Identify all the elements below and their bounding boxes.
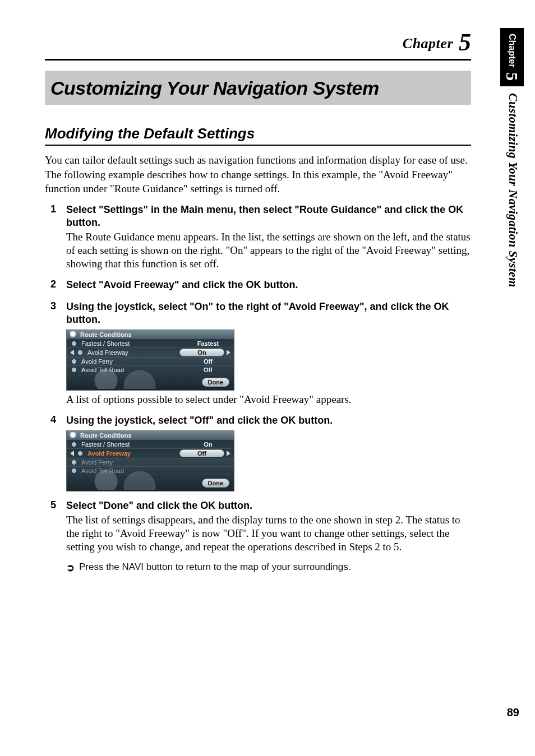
settings-icon [70, 432, 77, 439]
side-tab-label: Chapter [508, 34, 517, 67]
content-column: Chapter 5 Customizing Your Navigation Sy… [45, 28, 471, 573]
hint-line: ➲ Press the NAVI button to return to the… [66, 562, 471, 573]
page-title: Customizing Your Navigation System [50, 77, 465, 99]
step-description: The list of settings disappears, and the… [66, 513, 471, 554]
step-number: 4 [45, 414, 56, 491]
step-number: 3 [45, 300, 56, 406]
step-number: 2 [45, 279, 56, 293]
setting-label: Avoid Freeway [87, 349, 179, 356]
setting-row-dim: Avoid Toll Road [67, 467, 234, 475]
step: 5 Select "Done" and click the OK button.… [45, 499, 471, 554]
setting-row-selected: Avoid Freeway Off [67, 449, 234, 458]
setting-value: Off [186, 367, 230, 373]
step: 3 Using the joystick, select "On" to the… [45, 300, 471, 406]
screenshot-titlebar: Route Conditions [67, 330, 234, 340]
steps-list: 1 Select "Settings" in the Main menu, th… [45, 203, 471, 554]
setting-label: Avoid Ferry [81, 358, 186, 365]
hint-text: Press the NAVI button to return to the m… [79, 562, 350, 573]
setting-row: Avoid Toll Road Off [67, 366, 234, 374]
setting-label: Avoid Freeway [87, 450, 179, 457]
done-button: Done [202, 479, 230, 488]
side-tab-black: Chapter 5 [500, 28, 524, 86]
step-description: The Route Guidance menu appears. In the … [66, 230, 471, 271]
setting-value-pill: On [179, 349, 224, 356]
step-title: Using the joystick, select "Off" and cli… [66, 414, 471, 427]
setting-label: Fastest / Shortest [81, 441, 186, 448]
step-title: Select "Avoid Freeway" and click the OK … [66, 279, 471, 291]
row-icon [70, 367, 78, 373]
setting-value: On [186, 441, 230, 448]
done-button: Done [202, 378, 230, 387]
pointer-icon: ➲ [66, 563, 75, 573]
chapter-label: Chapter [403, 35, 453, 52]
row-icon [70, 340, 78, 347]
page-title-band: Customizing Your Navigation System [45, 71, 471, 105]
setting-value: Off [186, 358, 230, 365]
side-tab-title: Customizing Your Navigation System [500, 86, 524, 294]
setting-row: Avoid Ferry Off [67, 358, 234, 366]
screenshot-route-conditions-on: Route Conditions Fastest / Shortest Fast… [66, 330, 234, 391]
setting-row-dim: Avoid Ferry [67, 458, 234, 467]
intro-text: You can tailor default settings such as … [45, 154, 471, 196]
chapter-bar: Chapter 5 [45, 28, 471, 61]
setting-label: Avoid Toll Road [81, 467, 186, 474]
screenshot-title: Route Conditions [80, 432, 132, 439]
screenshot-route-conditions-off: Route Conditions Fastest / Shortest On A… [66, 430, 234, 491]
screenshot-title: Route Conditions [80, 331, 132, 338]
row-icon [70, 459, 78, 466]
side-tab: Chapter 5 Customizing Your Navigation Sy… [500, 28, 524, 294]
left-margin [0, 0, 40, 756]
row-icon [76, 349, 84, 356]
setting-label: Avoid Ferry [81, 459, 186, 466]
step: 1 Select "Settings" in the Main menu, th… [45, 203, 471, 271]
step-title: Select "Settings" in the Main menu, then… [66, 203, 471, 229]
settings-icon [70, 331, 77, 338]
section-heading: Modifying the Default Settings [45, 125, 471, 146]
row-icon [70, 441, 78, 448]
step-title: Using the joystick, select "On" to the r… [66, 300, 471, 326]
row-icon [70, 467, 78, 474]
step-number: 5 [45, 499, 56, 554]
chapter-number: 5 [455, 29, 471, 56]
setting-row: Fastest / Shortest Fastest [67, 340, 234, 348]
setting-value: Fastest [186, 340, 230, 347]
setting-label: Avoid Toll Road [81, 367, 186, 373]
setting-row-selected: Avoid Freeway On [67, 348, 234, 358]
side-tab-number: 5 [503, 72, 522, 81]
intro-paragraph: The following example describes how to c… [45, 168, 471, 196]
step: 2 Select "Avoid Freeway" and click the O… [45, 279, 471, 293]
step-after-text: A list of options possible to select und… [66, 393, 471, 406]
setting-label: Fastest / Shortest [81, 340, 186, 347]
row-icon [70, 358, 78, 365]
screenshot-titlebar: Route Conditions [67, 431, 234, 440]
page-number: 89 [507, 706, 519, 719]
step-title: Select "Done" and click the OK button. [66, 499, 471, 512]
intro-paragraph: You can tailor default settings such as … [45, 154, 471, 167]
setting-value-pill: Off [179, 449, 224, 457]
step-number: 1 [45, 203, 56, 271]
setting-row: Fastest / Shortest On [67, 440, 234, 449]
step: 4 Using the joystick, select "Off" and c… [45, 414, 471, 491]
row-icon [76, 450, 84, 457]
